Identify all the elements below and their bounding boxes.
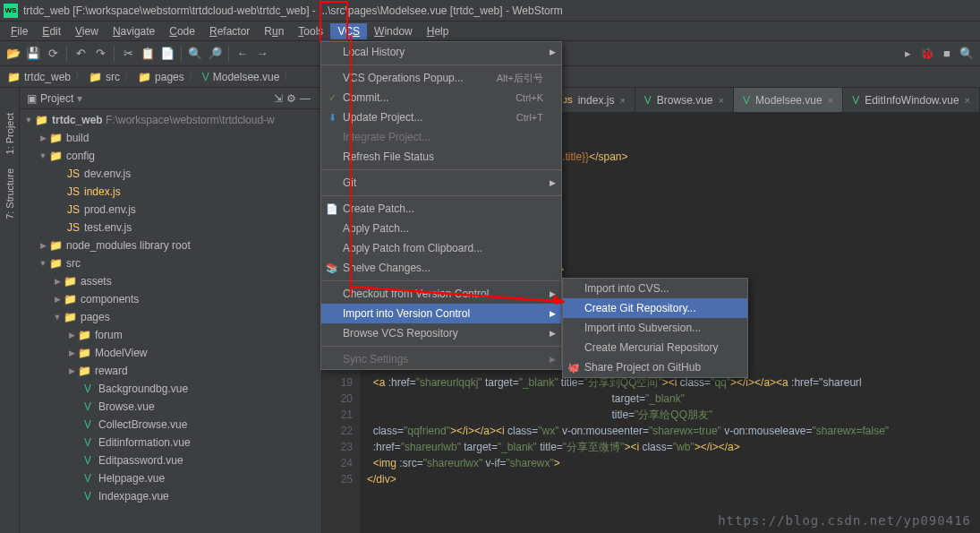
menu-window[interactable]: Window	[367, 23, 420, 39]
breadcrumb-file[interactable]: V Modelsee.vue	[202, 71, 280, 83]
project-view-icon: ▣	[27, 92, 37, 105]
tree-root[interactable]: ▼📁trtdc_web F:\workspace\webstorm\trtdcl…	[20, 111, 321, 129]
collapse-icon[interactable]: ⇲	[274, 92, 283, 105]
create-git-repo[interactable]: Create Git Repository...	[563, 298, 747, 318]
left-tool-strip: 1: Project 7: Structure	[0, 88, 20, 533]
vcs-shelve[interactable]: 📚Shelve Changes...	[321, 258, 561, 278]
menu-view[interactable]: View	[68, 23, 106, 39]
webstorm-icon: WS	[4, 4, 18, 18]
close-icon[interactable]: ×	[965, 95, 970, 106]
tree-editpassword[interactable]: VEditpassword.vue	[20, 451, 321, 469]
close-icon[interactable]: ×	[719, 95, 724, 106]
menu-run[interactable]: Run	[257, 23, 291, 39]
vcs-browse-repo[interactable]: Browse VCS Repository▶	[321, 323, 561, 343]
menu-navigate[interactable]: Navigate	[106, 23, 162, 39]
vcs-apply-patch[interactable]: Apply Patch...	[321, 219, 561, 238]
tree-test-env[interactable]: JStest.env.js	[20, 219, 321, 236]
create-mercurial[interactable]: Create Mercurial Repository	[563, 338, 747, 357]
watermark: https://blog.csdn.net/yp090416	[718, 513, 971, 528]
project-panel-header[interactable]: ▣ Project ▾ ⇲ ⚙ —	[20, 88, 321, 109]
copy-icon[interactable]: 📋	[140, 46, 156, 62]
breadcrumb-pages[interactable]: 📁pages	[138, 71, 184, 83]
tree-index-js[interactable]: JSindex.js	[20, 183, 321, 201]
cut-icon[interactable]: ✂	[120, 46, 136, 62]
project-panel-title: Project	[40, 92, 73, 105]
tree-indexpage[interactable]: VIndexpage.vue	[20, 487, 321, 505]
tree-collectbrowse[interactable]: VCollectBrowse.vue	[20, 416, 321, 434]
vcs-import-vc[interactable]: Import into Version Control▶	[321, 304, 561, 323]
vcs-refresh[interactable]: Refresh File Status	[321, 147, 561, 167]
github-icon: 🐙	[567, 362, 581, 374]
tree-browse[interactable]: VBrowse.vue	[20, 398, 321, 416]
tree-build[interactable]: ▶📁build	[20, 129, 321, 147]
find-icon[interactable]: 🔍	[187, 46, 203, 62]
tree-prod-env[interactable]: JSprod.env.js	[20, 201, 321, 219]
save-icon[interactable]: 💾	[25, 46, 41, 62]
menu-file[interactable]: File	[4, 23, 35, 39]
debug-icon[interactable]: 🐞	[919, 46, 935, 62]
tree-backgroundbg[interactable]: VBackgroundbg.vue	[20, 380, 321, 398]
menu-tools[interactable]: Tools	[291, 23, 330, 39]
share-github[interactable]: 🐙Share Project on GitHub	[563, 357, 747, 377]
stop-icon[interactable]: ■	[939, 46, 955, 62]
tree-assets[interactable]: ▶📁assets	[20, 272, 321, 290]
gear-icon[interactable]: ⚙	[286, 92, 296, 105]
import-svn[interactable]: Import into Subversion...	[563, 318, 747, 338]
import-cvs[interactable]: Import into CVS...	[563, 279, 747, 298]
back-icon[interactable]: ←	[234, 46, 251, 62]
vcs-commit[interactable]: ✓Commit...Ctrl+K	[321, 88, 561, 107]
side-tab-project[interactable]: 1: Project	[0, 106, 19, 161]
vcs-sync: Sync Settings▶	[321, 349, 561, 369]
search-everywhere-icon[interactable]: 🔍	[959, 46, 975, 62]
tree-helppage[interactable]: VHelppage.vue	[20, 469, 321, 487]
breadcrumb-src[interactable]: 📁src	[89, 71, 120, 83]
tree-editinformation[interactable]: VEditinformation.vue	[20, 434, 321, 451]
tree-forum[interactable]: ▶📁forum	[20, 326, 321, 344]
vcs-checkout[interactable]: Checkout from Version Control▶	[321, 284, 561, 304]
vcs-git[interactable]: Git▶	[321, 173, 561, 193]
update-icon: ⬇	[325, 112, 339, 124]
refresh-icon[interactable]: ⟳	[45, 46, 61, 62]
commit-icon: ✓	[325, 92, 339, 104]
tree-reward[interactable]: ▶📁reward	[20, 362, 321, 380]
redo-icon[interactable]: ↷	[92, 46, 108, 62]
forward-icon[interactable]: →	[254, 46, 270, 62]
open-icon[interactable]: 📂	[5, 46, 21, 62]
project-panel: ▣ Project ▾ ⇲ ⚙ — ▼📁trtdc_web F:\workspa…	[20, 88, 322, 533]
tree-pages[interactable]: ▼📁pages	[20, 308, 321, 326]
run-config-icon[interactable]: ▸	[899, 46, 916, 62]
vcs-local-history[interactable]: Local History▶	[321, 42, 561, 62]
shelve-icon: 📚	[325, 262, 339, 274]
menu-refactor[interactable]: Refactor	[202, 23, 257, 39]
paste-icon[interactable]: 📄	[159, 46, 175, 62]
tree-dev-env[interactable]: JSdev.env.js	[20, 165, 321, 183]
vcs-operations-popup[interactable]: VCS Operations Popup...Alt+后引号	[321, 68, 561, 88]
vcs-dropdown: Local History▶ VCS Operations Popup...Al…	[320, 41, 562, 370]
tree-node-modules[interactable]: ▶📁node_modules library root	[20, 236, 321, 254]
menu-code[interactable]: Code	[162, 23, 202, 39]
tree-config[interactable]: ▼📁config	[20, 147, 321, 165]
tab-editinfo[interactable]: VEditInfoWindow.vue×	[843, 88, 980, 113]
menu-edit[interactable]: Edit	[35, 23, 68, 39]
vcs-apply-clipboard[interactable]: Apply Patch from Clipboard...	[321, 238, 561, 258]
hide-icon[interactable]: —	[300, 92, 311, 105]
tab-browse[interactable]: VBrowse.vue×	[635, 88, 734, 113]
tree-components[interactable]: ▶📁components	[20, 290, 321, 308]
close-icon[interactable]: ×	[828, 95, 833, 106]
project-tree[interactable]: ▼📁trtdc_web F:\workspace\webstorm\trtdcl…	[20, 109, 321, 533]
vcs-create-patch[interactable]: 📄Create Patch...	[321, 199, 561, 219]
tree-src[interactable]: ▼📁src	[20, 254, 321, 272]
import-vc-submenu: Import into CVS... Create Git Repository…	[562, 278, 748, 378]
undo-icon[interactable]: ↶	[72, 46, 89, 62]
menubar: File Edit View Navigate Code Refactor Ru…	[0, 21, 980, 41]
side-tab-structure[interactable]: 7: Structure	[0, 161, 19, 227]
close-icon[interactable]: ×	[619, 95, 625, 106]
replace-icon[interactable]: 🔎	[207, 46, 223, 62]
tab-index-js[interactable]: JSindex.js×	[554, 88, 635, 113]
menu-help[interactable]: Help	[420, 23, 456, 39]
menu-vcs[interactable]: VCS	[330, 23, 367, 39]
breadcrumb-root[interactable]: 📁trtdc_web	[7, 71, 71, 83]
vcs-update[interactable]: ⬇Update Project...Ctrl+T	[321, 107, 561, 127]
tree-modelview[interactable]: ▶📁ModelView	[20, 344, 321, 362]
tab-modelsee[interactable]: VModelsee.vue×	[734, 88, 843, 113]
